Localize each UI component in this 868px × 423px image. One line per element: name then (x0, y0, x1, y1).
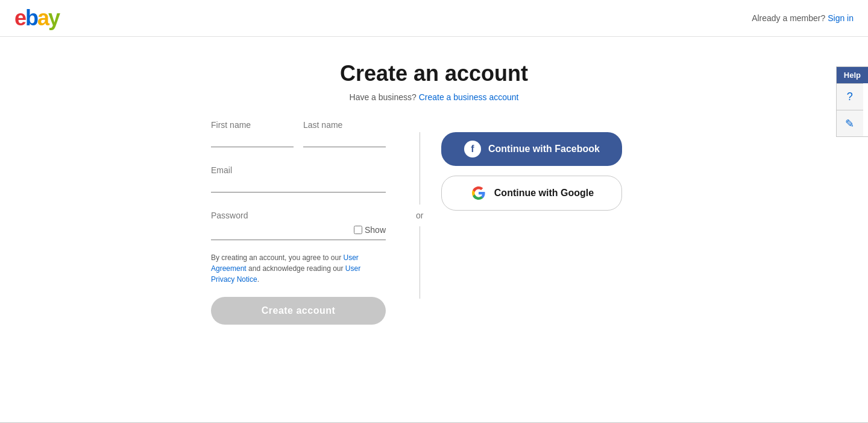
logo-a: a (37, 5, 48, 30)
terms-text: By creating an account, you agree to our… (211, 252, 386, 285)
password-group: Password Show (211, 211, 386, 240)
last-name-label: Last name (303, 120, 386, 130)
facebook-button[interactable]: f Continue with Facebook (441, 132, 622, 166)
divider-line-bottom (420, 226, 420, 299)
facebook-icon: f (464, 141, 481, 157)
google-icon (470, 185, 487, 202)
question-mark-icon: ? (847, 91, 853, 103)
ebay-logo: ebay (14, 7, 59, 29)
google-button-label: Continue with Google (494, 188, 594, 199)
show-password-label[interactable]: Show (365, 225, 386, 235)
last-name-group: Last name (303, 120, 386, 147)
already-member-text: Already a member? (752, 13, 825, 23)
password-label: Password (211, 211, 386, 220)
email-group: Email (211, 165, 386, 192)
edit-icon: ✎ (845, 117, 854, 130)
help-panel: Help ? ✎ (836, 66, 868, 137)
logo-b: b (25, 5, 37, 30)
logo-y: y (48, 5, 59, 30)
left-form: First name Last name Email Password (205, 120, 398, 325)
main-content: Create an account Have a business? Creat… (0, 37, 868, 325)
page-title: Create an account (340, 61, 528, 86)
divider: or (398, 132, 441, 299)
sign-in-link[interactable]: Sign in (828, 13, 854, 23)
business-text: Have a business? Create a business accou… (350, 92, 519, 102)
help-question-button[interactable]: ? (837, 83, 863, 110)
name-row: First name Last name (211, 120, 386, 147)
google-button[interactable]: Continue with Google (441, 176, 622, 211)
first-name-input[interactable] (211, 132, 294, 147)
form-container: First name Last name Email Password (205, 120, 663, 325)
logo-e: e (14, 5, 25, 30)
header: ebay Already a member? Sign in (0, 0, 868, 37)
email-input[interactable] (211, 177, 386, 192)
show-password-checkbox[interactable] (354, 226, 362, 234)
password-input[interactable] (211, 223, 348, 237)
help-tab-label: Help (837, 67, 868, 83)
password-input-wrap (211, 223, 348, 237)
create-business-account-link[interactable]: Create a business account (419, 92, 519, 102)
password-row: Show (211, 223, 386, 240)
last-name-input[interactable] (303, 132, 386, 147)
facebook-button-label: Continue with Facebook (488, 144, 600, 154)
right-social: f Continue with Facebook Continue with G… (441, 120, 622, 211)
email-label: Email (211, 165, 386, 175)
first-name-label: First name (211, 120, 294, 130)
divider-or-text: or (416, 205, 423, 226)
first-name-group: First name (211, 120, 294, 147)
divider-line (420, 132, 420, 205)
show-checkbox-wrap: Show (354, 225, 386, 237)
header-right: Already a member? Sign in (752, 13, 854, 23)
create-account-button[interactable]: Create account (211, 297, 386, 325)
help-edit-button[interactable]: ✎ (837, 110, 863, 136)
